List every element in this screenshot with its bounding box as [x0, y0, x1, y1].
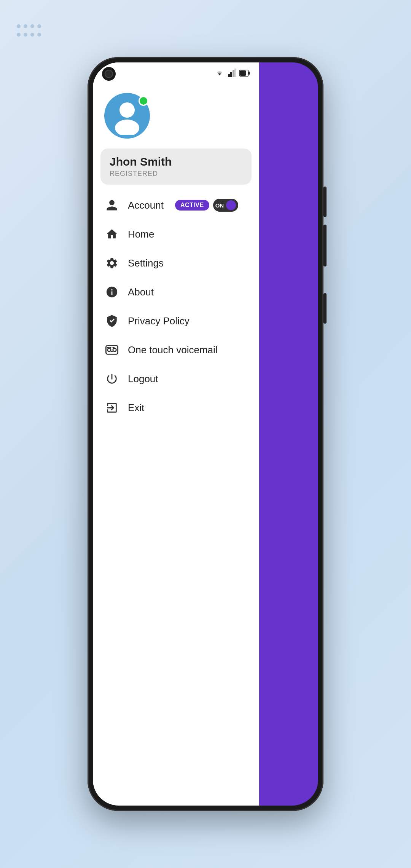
- menu-item-settings[interactable]: Settings: [93, 249, 259, 278]
- active-badge: ACTIVE: [175, 200, 209, 211]
- info-icon: [104, 284, 119, 300]
- menu-item-exit[interactable]: Exit: [93, 393, 259, 422]
- svg-rect-1: [230, 72, 232, 77]
- shield-icon: [104, 313, 119, 329]
- menu-item-home[interactable]: Home: [93, 220, 259, 249]
- avatar-container: [104, 93, 150, 139]
- person-icon: [104, 198, 119, 213]
- exit-label: Exit: [128, 402, 144, 414]
- menu-item-voicemail[interactable]: One touch voicemail: [93, 335, 259, 364]
- svg-rect-5: [240, 70, 246, 76]
- svg-rect-0: [228, 74, 230, 77]
- volume-up-button[interactable]: [323, 187, 327, 217]
- menu-item-privacy[interactable]: Privacy Policy: [93, 306, 259, 335]
- status-bar: [93, 62, 259, 85]
- home-label: Home: [128, 228, 154, 240]
- signal-icon: [228, 69, 236, 79]
- phone-screen: Jhon Smith REGISTERED Account: [93, 62, 318, 806]
- svg-rect-6: [249, 72, 250, 75]
- battery-icon: [239, 69, 250, 79]
- user-card: Jhon Smith REGISTERED: [100, 148, 252, 185]
- menu-list: Account ACTIVE ON: [93, 187, 259, 806]
- purple-panel: [259, 62, 318, 806]
- user-name: Jhon Smith: [110, 155, 242, 168]
- settings-icon: [104, 255, 119, 271]
- account-label: Account: [128, 199, 164, 211]
- account-toggle[interactable]: ON: [213, 199, 239, 212]
- menu-item-account[interactable]: Account ACTIVE ON: [93, 191, 259, 220]
- svg-point-10: [108, 348, 111, 352]
- about-label: About: [128, 286, 154, 298]
- camera-lens: [105, 70, 113, 78]
- menu-item-logout[interactable]: Logout: [93, 364, 259, 393]
- online-indicator: [139, 96, 148, 106]
- user-status: REGISTERED: [110, 170, 242, 178]
- power-icon: [104, 371, 119, 386]
- toggle-circle: [226, 200, 236, 210]
- wifi-icon: [214, 69, 225, 79]
- svg-point-8: [115, 120, 139, 135]
- power-button[interactable]: [323, 293, 327, 324]
- phone-frame: Jhon Smith REGISTERED Account: [88, 57, 323, 811]
- svg-point-7: [119, 102, 135, 118]
- phone-wrapper: Jhon Smith REGISTERED Account: [88, 57, 323, 811]
- account-badges: ACTIVE ON: [175, 199, 238, 212]
- bg-decoration: [15, 23, 43, 40]
- menu-item-about[interactable]: About: [93, 278, 259, 306]
- toggle-label: ON: [215, 202, 224, 209]
- svg-rect-2: [233, 70, 234, 77]
- volume-down-button[interactable]: [323, 225, 327, 266]
- svg-rect-14: [109, 347, 112, 348]
- svg-rect-13: [107, 347, 109, 348]
- home-icon: [104, 227, 119, 242]
- menu-panel: Jhon Smith REGISTERED Account: [93, 62, 259, 806]
- avatar-section: [93, 85, 259, 142]
- voicemail-icon: [104, 342, 119, 357]
- exit-icon: [104, 400, 119, 415]
- camera-hole: [102, 67, 116, 81]
- voicemail-label: One touch voicemail: [128, 344, 218, 356]
- settings-label: Settings: [128, 257, 164, 269]
- logout-label: Logout: [128, 373, 158, 385]
- status-icons: [214, 69, 250, 79]
- privacy-label: Privacy Policy: [128, 315, 190, 327]
- svg-point-11: [113, 348, 116, 352]
- svg-rect-3: [234, 69, 236, 77]
- svg-rect-15: [112, 347, 115, 348]
